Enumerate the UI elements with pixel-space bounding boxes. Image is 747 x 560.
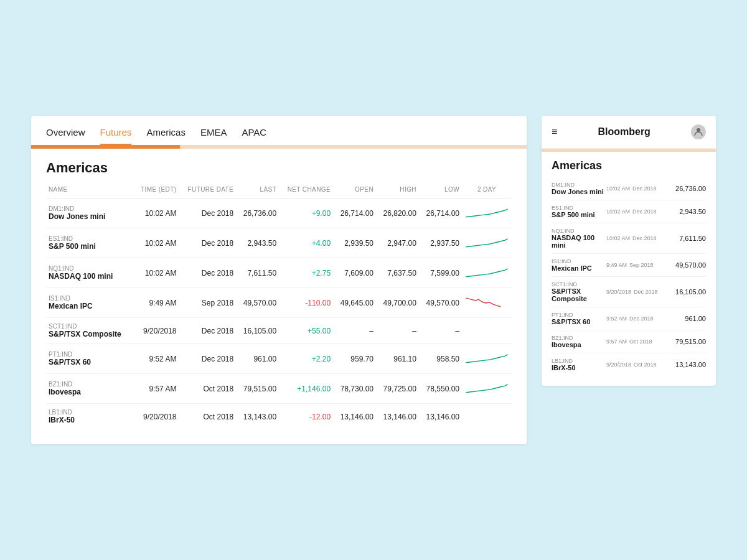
cell-future-date: Dec 2018 <box>179 228 236 258</box>
cell-open: 49,645.00 <box>333 288 376 318</box>
mobile-list-item[interactable]: DM1:IND Dow Jones mini 10:02 AM Dec 2018… <box>552 177 706 200</box>
cell-time: 10:02 AM <box>133 228 179 258</box>
cell-low: 49,570.00 <box>419 288 462 318</box>
mobile-meta: 9:57 AM Oct 2018 <box>606 338 669 345</box>
mobile-last: 7,611.50 <box>671 235 706 242</box>
cell-low: 78,550.00 <box>419 374 462 404</box>
cell-future-date: Sep 2018 <box>179 288 236 318</box>
mobile-time: 9/20/2018 <box>606 362 631 368</box>
mobile-meta: 10:02 AM Dec 2018 <box>606 185 669 192</box>
cell-sparkline <box>462 374 512 404</box>
cell-time: 9/20/2018 <box>133 318 179 344</box>
col-open: OPEN <box>333 184 376 198</box>
mobile-table: DM1:IND Dow Jones mini 10:02 AM Dec 2018… <box>542 177 716 376</box>
mobile-last: 49,570.00 <box>671 261 706 269</box>
mobile-last: 16,105.00 <box>671 288 706 296</box>
mobile-list-item[interactable]: IS1:IND Mexican IPC 9:49 AM Sep 2018 49,… <box>552 254 706 277</box>
nav-apac[interactable]: APAC <box>242 127 281 145</box>
mobile-future-date: Sep 2018 <box>629 262 654 268</box>
mobile-list-item[interactable]: PT1:IND S&P/TSX 60 9:52 AM Dec 2018 961.… <box>552 307 706 330</box>
main-panel: Overview Futures Americas EMEA APAC Amer… <box>31 116 527 444</box>
mobile-header: ≡ Bloomberg <box>542 116 716 149</box>
cell-future-date: Dec 2018 <box>179 318 236 344</box>
nav-futures[interactable]: Futures <box>100 127 147 145</box>
mobile-meta: 9/20/2018 Dec 2018 <box>606 289 669 295</box>
table-row: IS1:IND Mexican IPC 9:49 AM Sep 2018 49,… <box>46 288 512 318</box>
cell-time: 9/20/2018 <box>133 404 179 430</box>
table-row: PT1:IND S&P/TSX 60 9:52 AM Dec 2018 961.… <box>46 344 512 374</box>
cell-last: 7,611.50 <box>236 258 279 288</box>
col-2day: 2 DAY <box>462 184 512 198</box>
cell-net-change: +2.20 <box>279 344 333 374</box>
mobile-time: 10:02 AM <box>606 235 630 241</box>
col-net-change: NET CHANGE <box>279 184 333 198</box>
cell-net-change: +2.75 <box>279 258 333 288</box>
cell-sparkline <box>462 198 512 228</box>
mobile-ticker-info: DM1:IND Dow Jones mini <box>552 182 604 195</box>
mobile-list-item[interactable]: SCT1:IND S&P/TSX Composite 9/20/2018 Dec… <box>552 277 706 307</box>
cell-name: DM1:IND Dow Jones mini <box>46 198 133 228</box>
cell-time: 10:02 AM <box>133 258 179 288</box>
mobile-future-date: Dec 2018 <box>634 289 658 295</box>
cell-high: 7,637.50 <box>376 258 419 288</box>
cell-sparkline <box>462 404 512 430</box>
mobile-time: 9:52 AM <box>606 315 627 322</box>
mobile-future-date: Dec 2018 <box>632 235 657 241</box>
cell-future-date: Oct 2018 <box>179 374 236 404</box>
cell-future-date: Dec 2018 <box>179 198 236 228</box>
mobile-list-item[interactable]: NQ1:IND NASDAQ 100 mini 10:02 AM Dec 201… <box>552 223 706 254</box>
cell-sparkline <box>462 344 512 374</box>
mobile-panel: ≡ Bloomberg Americas DM1:IND Dow Jones m… <box>542 116 716 386</box>
cell-net-change: -110.00 <box>279 288 333 318</box>
section-title: Americas <box>31 149 527 184</box>
mobile-future-date: Dec 2018 <box>632 185 657 192</box>
cell-last: 16,105.00 <box>236 318 279 344</box>
hamburger-icon[interactable]: ≡ <box>552 126 557 138</box>
cell-low: 13,146.00 <box>419 404 462 430</box>
table-row: NQ1:IND NASDAQ 100 mini 10:02 AM Dec 201… <box>46 258 512 288</box>
mobile-list-item[interactable]: BZ1:IND Ibovespa 9:57 AM Oct 2018 79,515… <box>552 330 706 353</box>
cell-open: 2,939.50 <box>333 228 376 258</box>
cell-low: 958.50 <box>419 344 462 374</box>
col-last: LAST <box>236 184 279 198</box>
cell-future-date: Dec 2018 <box>179 344 236 374</box>
cell-low: 7,599.00 <box>419 258 462 288</box>
mobile-future-date: Oct 2018 <box>629 338 652 345</box>
cell-low: – <box>419 318 462 344</box>
cell-last: 49,570.00 <box>236 288 279 318</box>
mobile-time: 9:57 AM <box>606 338 627 345</box>
cell-open: 959.70 <box>333 344 376 374</box>
cell-open: 26,714.00 <box>333 198 376 228</box>
cell-net-change: -12.00 <box>279 404 333 430</box>
cell-high: 79,725.00 <box>376 374 419 404</box>
cell-low: 26,714.00 <box>419 198 462 228</box>
nav-overview[interactable]: Overview <box>46 127 100 145</box>
cell-name: IS1:IND Mexican IPC <box>46 288 133 318</box>
table-row: LB1:IND IBrX-50 9/20/2018 Oct 2018 13,14… <box>46 404 512 430</box>
user-icon[interactable] <box>691 124 706 139</box>
mobile-future-date: Dec 2018 <box>632 208 657 215</box>
cell-sparkline <box>462 258 512 288</box>
nav-emea[interactable]: EMEA <box>200 127 242 145</box>
mobile-meta: 10:02 AM Dec 2018 <box>606 235 669 241</box>
cell-last: 13,143.00 <box>236 404 279 430</box>
mobile-list-item[interactable]: LB1:IND IBrX-50 9/20/2018 Oct 2018 13,14… <box>552 353 706 376</box>
cell-time: 9:57 AM <box>133 374 179 404</box>
cell-net-change: +55.00 <box>279 318 333 344</box>
cell-net-change: +4.00 <box>279 228 333 258</box>
cell-name: BZ1:IND Ibovespa <box>46 374 133 404</box>
mobile-time: 9/20/2018 <box>606 289 631 295</box>
nav-americas[interactable]: Americas <box>146 127 200 145</box>
mobile-last: 961.00 <box>671 315 706 322</box>
cell-net-change: +1,146.00 <box>279 374 333 404</box>
mobile-list-item[interactable]: ES1:IND S&P 500 mini 10:02 AM Dec 2018 2… <box>552 200 706 223</box>
mobile-ticker-info: ES1:IND S&P 500 mini <box>552 205 604 218</box>
cell-high: 961.10 <box>376 344 419 374</box>
col-low: LOW <box>419 184 462 198</box>
cell-open: – <box>333 318 376 344</box>
mobile-meta: 9:49 AM Sep 2018 <box>606 262 669 268</box>
mobile-last: 2,943.50 <box>671 208 706 215</box>
mobile-time: 9:49 AM <box>606 262 627 268</box>
mobile-ticker-info: NQ1:IND NASDAQ 100 mini <box>552 228 604 249</box>
cell-high: 13,146.00 <box>376 404 419 430</box>
